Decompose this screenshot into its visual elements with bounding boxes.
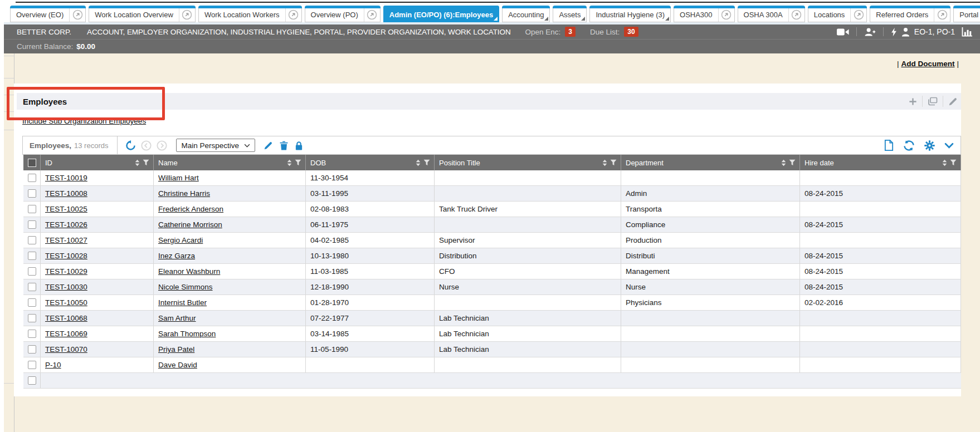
tab-locations[interactable]: Locations (808, 6, 867, 22)
tab-referred-orders[interactable]: Referred Orders (870, 6, 950, 22)
tab-osha-300a[interactable]: OSHA 300A (738, 6, 805, 22)
row-checkbox[interactable] (28, 189, 36, 198)
tab-industrial-hygiene-3[interactable]: Industrial Hygiene (3) (589, 6, 671, 22)
id-link[interactable]: TEST-10029 (45, 267, 87, 276)
id-link[interactable]: TEST-10019 (45, 174, 87, 182)
lightning-icon[interactable] (891, 27, 897, 37)
id-link[interactable]: TEST-10026 (45, 220, 87, 229)
select-all-checkbox[interactable] (28, 159, 36, 167)
add-document-link[interactable]: Add Document (901, 60, 954, 68)
id-link[interactable]: TEST-10030 (45, 283, 87, 291)
user-icon[interactable] (901, 27, 910, 37)
name-link[interactable]: Frederick Anderson (158, 205, 223, 213)
name-link[interactable]: Eleanor Washburn (158, 267, 220, 276)
tab-overview-eo[interactable]: Overview (EO) (10, 6, 86, 22)
row-checkbox[interactable] (28, 298, 36, 307)
row-checkbox[interactable] (28, 220, 36, 229)
popout-icon[interactable] (934, 6, 950, 22)
popout-icon[interactable] (718, 6, 734, 22)
name-link[interactable]: Christine Harris (158, 189, 210, 198)
copy-icon[interactable] (928, 97, 938, 106)
sort-icon[interactable] (942, 159, 947, 166)
name-link[interactable]: Inez Garza (158, 252, 195, 260)
id-link[interactable]: TEST-10070 (45, 345, 87, 354)
row-checkbox[interactable] (28, 376, 36, 385)
tab-admin-eo-po-6-employees[interactable]: Admin (EO/PO) (6):Employees (383, 6, 499, 22)
tab-accounting[interactable]: Accounting (502, 6, 550, 22)
row-checkbox[interactable] (28, 252, 36, 260)
id-link[interactable]: TEST-10028 (45, 252, 87, 260)
popout-icon[interactable] (69, 6, 85, 22)
perspective-select[interactable]: Main Perspective (176, 139, 255, 152)
sort-icon[interactable] (287, 159, 292, 166)
popout-icon[interactable] (788, 6, 805, 22)
grid-toolbar-actions (884, 140, 954, 151)
row-checkbox[interactable] (28, 361, 36, 369)
add-user-icon[interactable] (864, 27, 876, 37)
tab-portal-manage[interactable]: Portal Manage (953, 6, 980, 22)
id-link[interactable]: TEST-10050 (45, 298, 87, 307)
filter-icon[interactable] (950, 159, 957, 166)
tab-assets[interactable]: Assets (553, 6, 587, 22)
sort-icon[interactable] (135, 159, 140, 166)
name-link[interactable]: Catherine Morrison (158, 220, 222, 229)
tab-osha300[interactable]: OSHA300 (674, 6, 735, 22)
row-checkbox[interactable] (28, 236, 36, 244)
id-link[interactable]: TEST-10027 (45, 236, 87, 244)
bar-chart-icon[interactable] (962, 27, 972, 37)
popout-icon[interactable] (285, 6, 301, 22)
new-document-icon[interactable] (884, 140, 894, 151)
filter-icon[interactable] (610, 159, 617, 166)
undo-icon[interactable] (125, 140, 136, 151)
filter-icon[interactable] (143, 159, 149, 166)
filter-icon[interactable] (423, 159, 430, 166)
id-link[interactable]: TEST-10069 (45, 330, 87, 338)
id-link[interactable]: TEST-10008 (45, 189, 87, 198)
user-context[interactable]: EO-1, PO-1 (914, 27, 955, 36)
tab-overview-po[interactable]: Overview (PO) (305, 6, 381, 22)
tab-work-location-workers[interactable]: Work Location Workers (198, 6, 302, 22)
previous-icon[interactable] (141, 140, 152, 151)
divider (883, 27, 884, 36)
id-link[interactable]: TEST-10068 (45, 314, 87, 322)
cell-department (621, 170, 800, 185)
popout-icon[interactable] (850, 6, 866, 22)
id-link[interactable]: P-10 (45, 361, 61, 369)
filter-icon[interactable] (789, 159, 796, 166)
edit-icon[interactable] (948, 97, 958, 106)
popout-icon[interactable] (364, 6, 380, 22)
filter-icon[interactable] (295, 159, 301, 166)
sort-icon[interactable] (416, 159, 421, 166)
name-link[interactable]: Sarah Thompson (158, 330, 216, 338)
row-checkbox[interactable] (28, 345, 36, 354)
refresh-icon[interactable] (903, 140, 915, 151)
next-icon[interactable] (157, 140, 167, 151)
row-checkbox[interactable] (28, 314, 36, 322)
name-link[interactable]: William Hart (158, 174, 199, 182)
sort-icon[interactable] (602, 159, 607, 166)
row-checkbox[interactable] (28, 283, 36, 291)
sort-icon[interactable] (781, 159, 786, 166)
row-checkbox[interactable] (28, 330, 36, 338)
name-link[interactable]: Dave David (158, 361, 197, 369)
name-link[interactable]: Priya Patel (158, 345, 194, 354)
row-checkbox[interactable] (28, 174, 36, 182)
video-camera-icon[interactable] (837, 28, 849, 36)
row-checkbox[interactable] (28, 267, 36, 276)
edit-perspective-icon[interactable] (264, 141, 273, 150)
lock-icon[interactable] (295, 141, 303, 150)
delete-icon[interactable] (280, 141, 288, 150)
settings-gear-icon[interactable] (924, 140, 935, 151)
name-link[interactable]: Sam Arthur (158, 314, 196, 322)
id-link[interactable]: TEST-10025 (45, 205, 87, 213)
add-icon[interactable] (909, 97, 917, 106)
tab-work-location-overview[interactable]: Work Location Overview (89, 6, 196, 22)
name-link[interactable]: Sergio Acardi (158, 236, 203, 244)
name-link[interactable]: Internist Butler (158, 298, 207, 307)
popout-icon[interactable] (179, 6, 195, 22)
row-checkbox[interactable] (28, 205, 36, 213)
include-sub-org-link[interactable]: Include Sub Organization Employees (22, 117, 146, 125)
cell-department-value: Physicians (626, 298, 662, 307)
collapse-chevron-icon[interactable] (944, 143, 954, 149)
name-link[interactable]: Nicole Simmons (158, 283, 213, 291)
